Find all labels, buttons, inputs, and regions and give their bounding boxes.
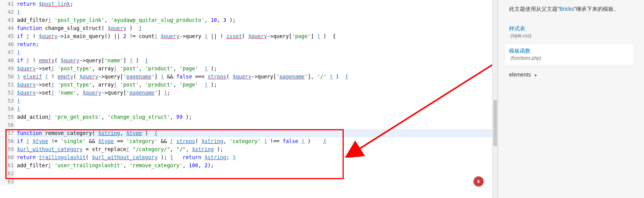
code-line[interactable] — [17, 170, 498, 178]
code-line[interactable]: } elseif ( ! empty( $query->query['pagen… — [17, 73, 498, 81]
line-number: 48 — [0, 57, 14, 65]
line-number: 53 — [0, 97, 14, 105]
code-content[interactable]: return $post_link;}add_filter( 'post_typ… — [17, 0, 498, 186]
scrollbar-thumb[interactable] — [493, 100, 497, 146]
code-line[interactable]: $query->set( 'post_type', array( 'post',… — [17, 81, 498, 89]
line-number: 56 — [0, 121, 14, 129]
line-number: 49 — [0, 65, 14, 73]
sidebar-item-meta: (functions.php) — [511, 55, 629, 61]
sidebar-item-meta: (style.css) — [511, 33, 633, 38]
line-number: 59 — [0, 145, 14, 153]
line-number: 55 — [0, 113, 14, 121]
line-number: 44 — [0, 24, 14, 32]
infinity-icon[interactable]: ∞ — [474, 176, 484, 186]
code-line[interactable]: } — [17, 105, 498, 113]
sidebar-item-title: 模板函数 — [509, 48, 629, 55]
line-number: 50 — [0, 73, 14, 81]
sidebar-item-functions[interactable]: 模板函数 (functions.php) — [505, 45, 633, 65]
line-number: 41 — [0, 0, 14, 8]
line-number: 58 — [0, 137, 14, 145]
line-number: 46 — [0, 40, 14, 48]
sidebar-item-stylesheet[interactable]: 样式表 (style.css) — [509, 22, 633, 42]
code-line[interactable]: return trailingslashit( $url_without_cat… — [17, 153, 498, 161]
line-number: 60 — [0, 153, 14, 161]
chevron-right-icon: ▸ — [535, 72, 537, 78]
code-line[interactable]: function remove_category( $string, $type… — [17, 129, 498, 137]
line-number: 61 — [0, 161, 14, 170]
code-line[interactable]: return; — [17, 40, 498, 48]
code-line[interactable]: $query->set( 'post_type', array( 'post',… — [17, 65, 498, 73]
code-line[interactable]: add_action( 'pre_get_posts', 'change_slu… — [17, 113, 498, 121]
line-number: 47 — [0, 48, 14, 57]
code-line[interactable]: } — [17, 48, 498, 57]
code-line[interactable]: if ( ! $query->is_main_query() || 2 != c… — [17, 32, 498, 40]
code-line[interactable]: add_filter( 'user_trailingslashit', 'rem… — [17, 161, 498, 170]
code-line[interactable]: if ( $type != 'single' && $type == 'cate… — [17, 137, 498, 145]
sidebar-item-elements[interactable]: elements ▸ — [509, 72, 633, 78]
line-number: 54 — [0, 105, 14, 113]
code-line[interactable]: } — [17, 97, 498, 105]
line-number: 43 — [0, 16, 14, 24]
parent-theme-link[interactable]: Bricks — [559, 6, 574, 12]
code-line[interactable]: function change_slug_struct( $query ) { — [17, 24, 498, 32]
code-line[interactable]: } — [17, 8, 498, 16]
theme-files-sidebar: 此主题使用从父主题"Bricks"继承下来的模板。 样式表 (style.css… — [498, 0, 644, 198]
theme-description: 此主题使用从父主题"Bricks"继承下来的模板。 — [509, 5, 633, 14]
line-number: 57 — [0, 129, 14, 137]
line-number: 51 — [0, 81, 14, 89]
line-number: 45 — [0, 32, 14, 40]
code-line[interactable]: add_filter( 'post_type_link', 'ayudawp_q… — [17, 16, 498, 24]
code-editor-pane[interactable]: 4142434445464748495051525354555657585960… — [0, 0, 498, 198]
editor-vertical-scrollbar[interactable] — [492, 0, 498, 198]
line-number: 63 — [0, 178, 14, 186]
line-number: 52 — [0, 89, 14, 97]
line-number: 42 — [0, 8, 14, 16]
code-line[interactable] — [17, 178, 498, 186]
code-line[interactable]: return $post_link; — [17, 0, 498, 8]
code-line[interactable] — [17, 121, 498, 129]
code-line[interactable]: if ( ! empty( $query->query['name'] ) ) … — [17, 57, 498, 65]
code-line[interactable]: $url_without_category = str_replace( "/c… — [17, 145, 498, 153]
code-line[interactable]: $query->set( 'name', $query->query['page… — [17, 89, 498, 97]
elements-label: elements — [509, 72, 531, 78]
sidebar-item-title: 样式表 — [509, 25, 633, 32]
line-number: 62 — [0, 170, 14, 178]
line-number-gutter: 4142434445464748495051525354555657585960… — [0, 0, 15, 186]
